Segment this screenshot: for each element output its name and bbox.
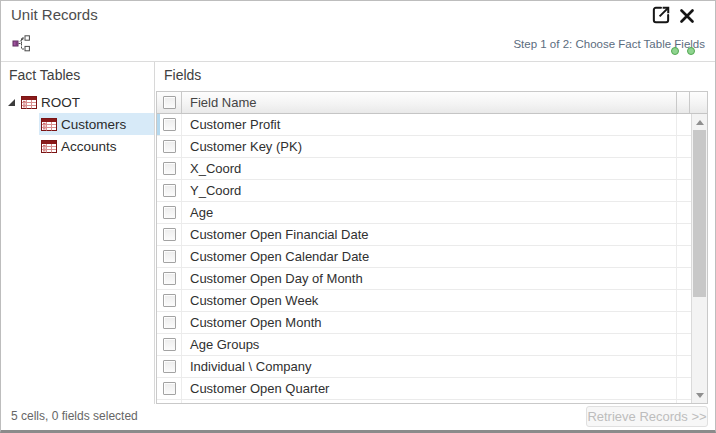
row-checkbox[interactable] bbox=[163, 140, 176, 153]
field-row[interactable] bbox=[157, 400, 691, 403]
field-row[interactable]: Customer Open Month bbox=[157, 312, 691, 334]
tree-expander-icon[interactable] bbox=[7, 98, 19, 107]
row-checkbox[interactable] bbox=[163, 360, 176, 373]
table-icon bbox=[21, 96, 37, 109]
grid-body: Customer ProfitCustomer Key (PK)X_CoordY… bbox=[157, 114, 691, 403]
grid-header-row: Field Name bbox=[157, 92, 707, 114]
row-checkbox[interactable] bbox=[163, 184, 176, 197]
header-divider bbox=[1, 61, 716, 62]
row-checkbox-cell bbox=[157, 180, 182, 201]
status-text: 5 cells, 0 fields selected bbox=[11, 405, 138, 427]
field-name-cell: Age bbox=[182, 202, 677, 223]
row-checkbox-cell bbox=[157, 114, 182, 135]
row-checkbox-cell bbox=[157, 378, 182, 399]
field-row[interactable]: Individual \ Company bbox=[157, 356, 691, 378]
field-row[interactable]: Customer Open Calendar Date bbox=[157, 246, 691, 268]
row-checkbox-cell bbox=[157, 312, 182, 333]
field-row[interactable]: Customer Open Day of Month bbox=[157, 268, 691, 290]
share-map-icon bbox=[12, 35, 31, 56]
field-name-cell: Customer Open Week bbox=[182, 290, 677, 311]
tree-item-customers[interactable]: Customers bbox=[39, 113, 154, 135]
field-name-cell: Customer Open Quarter bbox=[182, 378, 677, 399]
row-checkbox[interactable] bbox=[163, 250, 176, 263]
field-name-cell: Customer Open Financial Date bbox=[182, 224, 677, 245]
field-row[interactable]: Age bbox=[157, 202, 691, 224]
field-row[interactable]: Customer Open Financial Date bbox=[157, 224, 691, 246]
arrow-up-icon bbox=[696, 120, 704, 125]
field-row[interactable]: Customer Open Quarter bbox=[157, 378, 691, 400]
row-checkbox[interactable] bbox=[163, 272, 176, 285]
row-checkbox[interactable] bbox=[163, 206, 176, 219]
row-checkbox-cell bbox=[157, 290, 182, 311]
row-checkbox-cell bbox=[157, 158, 182, 179]
field-row[interactable]: Age Groups bbox=[157, 334, 691, 356]
tree-item-label: Accounts bbox=[61, 139, 121, 154]
close-button[interactable] bbox=[677, 8, 697, 28]
row-checkbox[interactable] bbox=[163, 382, 176, 395]
page-title: Unit Records bbox=[11, 6, 98, 23]
scroll-down-button[interactable] bbox=[692, 387, 707, 403]
field-name-cell bbox=[182, 400, 677, 403]
field-name-cell: Customer Open Month bbox=[182, 312, 677, 333]
row-checkbox[interactable] bbox=[163, 118, 176, 131]
step-progress-dots bbox=[671, 47, 695, 55]
step-dot bbox=[687, 47, 695, 55]
field-name-cell: Customer Profit bbox=[182, 114, 677, 135]
scroll-up-button[interactable] bbox=[692, 114, 707, 130]
tree-item-label: Customers bbox=[61, 117, 130, 132]
select-all-cell bbox=[157, 92, 182, 113]
row-checkbox-cell bbox=[157, 334, 182, 355]
panel-divider bbox=[154, 62, 155, 404]
arrow-down-icon bbox=[696, 393, 704, 398]
field-name-cell: Age Groups bbox=[182, 334, 677, 355]
row-checkbox[interactable] bbox=[163, 316, 176, 329]
fact-tables-panel-title: Fact Tables bbox=[9, 67, 80, 83]
field-name-cell: X_Coord bbox=[182, 158, 677, 179]
column-header-filler bbox=[677, 92, 690, 113]
close-icon bbox=[679, 8, 695, 28]
tree-item-accounts[interactable]: Accounts bbox=[39, 135, 154, 157]
field-name-cell: Y_Coord bbox=[182, 180, 677, 201]
step-dot bbox=[671, 47, 679, 55]
tree-item-label: ROOT bbox=[41, 95, 84, 110]
row-checkbox[interactable] bbox=[163, 228, 176, 241]
fields-grid: Field Name Customer ProfitCustomer Key (… bbox=[156, 91, 708, 404]
field-row[interactable]: Y_Coord bbox=[157, 180, 691, 202]
table-icon bbox=[41, 140, 57, 153]
row-checkbox[interactable] bbox=[163, 294, 176, 307]
unit-records-dialog: Unit Records bbox=[0, 0, 716, 433]
map-link-button[interactable] bbox=[12, 35, 34, 55]
field-row[interactable]: Customer Profit bbox=[157, 114, 691, 136]
fields-panel-title: Fields bbox=[164, 67, 201, 83]
row-checkbox-cell bbox=[157, 224, 182, 245]
row-checkbox-cell bbox=[157, 202, 182, 223]
table-icon bbox=[41, 118, 57, 131]
select-all-checkbox[interactable] bbox=[163, 96, 176, 109]
tree-item-root[interactable]: ROOT bbox=[7, 91, 154, 113]
field-row[interactable]: Customer Open Week bbox=[157, 290, 691, 312]
field-row[interactable]: X_Coord bbox=[157, 158, 691, 180]
fact-tables-tree: ROOTCustomersAccounts bbox=[1, 91, 154, 157]
field-name-cell: Customer Key (PK) bbox=[182, 136, 677, 157]
row-checkbox-cell bbox=[157, 246, 182, 267]
field-name-cell: Customer Open Calendar Date bbox=[182, 246, 677, 267]
row-checkbox-cell bbox=[157, 136, 182, 157]
retrieve-records-button[interactable]: Retrieve Records >> bbox=[586, 406, 708, 427]
field-row[interactable]: Customer Key (PK) bbox=[157, 136, 691, 158]
column-header-field-name[interactable]: Field Name bbox=[182, 92, 677, 113]
scrollbar-thumb[interactable] bbox=[693, 130, 706, 297]
open-new-window-button[interactable] bbox=[649, 5, 673, 29]
row-checkbox-cell bbox=[157, 268, 182, 289]
field-name-cell: Individual \ Company bbox=[182, 356, 677, 377]
vertical-scrollbar[interactable] bbox=[691, 114, 707, 403]
step-indicator-text: Step 1 of 2: Choose Fact Table Fields bbox=[285, 38, 705, 50]
external-link-icon bbox=[650, 4, 672, 30]
row-checkbox[interactable] bbox=[163, 162, 176, 175]
row-checkbox-cell bbox=[157, 400, 182, 403]
row-checkbox[interactable] bbox=[163, 338, 176, 351]
field-name-cell: Customer Open Day of Month bbox=[182, 268, 677, 289]
row-checkbox-cell bbox=[157, 356, 182, 377]
